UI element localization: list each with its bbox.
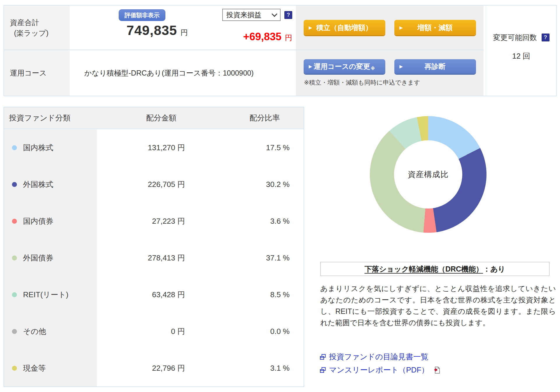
profit-loss-amount: +69,835円 (243, 31, 292, 43)
change-count-label: 変更可能回数 (493, 33, 537, 42)
arrow-right-icon: ▶ (309, 64, 312, 69)
category-label: 国内株式 (23, 143, 53, 153)
table-row: 現金等 22,796 円 3.1 % (4, 350, 304, 386)
tsumitate-button[interactable]: ▶ 積立（自動増額） (304, 20, 385, 35)
asset-action-buttons-cell: ▶ 積立（自動増額） ▶ 増額・減額 (296, 6, 484, 50)
yen-unit: 円 (181, 28, 188, 36)
change-count-row: 変更可能回数 ? (493, 33, 550, 42)
category-label: REIT(リート) (23, 290, 69, 300)
total-asset-number: 749,835 (127, 23, 177, 38)
asset-total-label-cell: 資産合計 (楽ラップ) (4, 6, 70, 50)
document-links: 投資ファンドの目論見書一覧 マンスリーレポート（PDF） (320, 352, 440, 375)
pl-period-select-value: 投資来損益 (226, 10, 261, 20)
header-allocation-amount: 配分金額 (97, 113, 226, 123)
category-label: 国内債券 (23, 216, 53, 226)
allocation-table-header: 投資ファンド分類 配分金額 配分比率 (4, 107, 304, 129)
prospectus-link-label: 投資ファンドの目論見書一覧 (329, 352, 428, 362)
category-dot (12, 182, 17, 187)
ratio-cell: 0.0 % (226, 327, 304, 336)
ratio-cell: 30.2 % (226, 180, 304, 189)
help-icon[interactable]: ? (284, 11, 292, 19)
course-buttons-row: ▶ 運用コースの変更 ※ ▶ 再診断 (296, 59, 484, 74)
amount-cell: 27,223 円 (97, 216, 226, 226)
ratio-cell: 3.6 % (226, 217, 304, 226)
pl-period-select-row: 投資来損益 ? (222, 9, 292, 21)
total-asset-amount: 749,835円 (96, 22, 218, 38)
arrow-right-icon: ▶ (400, 64, 403, 69)
donut-chart: 資産構成比 (370, 116, 487, 233)
category-dot (12, 145, 17, 150)
monthly-report-link[interactable]: マンスリーレポート（PDF） (320, 365, 440, 375)
category-dot (12, 292, 17, 297)
asset-total-label: 資産合計 (楽ラップ) (10, 17, 70, 38)
amount-cell: 63,428 円 (97, 290, 226, 300)
account-summary-panel: 資産合計 (楽ラップ) 評価額非表示 749,835円 投資来損益 ? +69,… (4, 5, 557, 96)
allocation-table: 投資ファンド分類 配分金額 配分比率 国内株式 131,270 円 17.5 %… (4, 107, 304, 387)
course-action-buttons-cell: ▶ 運用コースの変更 ※ ▶ 再診断 ※積立・増額・減額も同時に申込できます (296, 50, 484, 96)
asset-total-value-cell: 評価額非表示 749,835円 投資来損益 ? +69,835円 (70, 6, 296, 50)
category-label: 外国債券 (23, 253, 53, 263)
category-dot (12, 256, 17, 260)
amount-cell: 131,270 円 (97, 143, 226, 153)
table-row: 国内債券 27,223 円 3.6 % (4, 203, 304, 239)
increase-decrease-button[interactable]: ▶ 増額・減額 (394, 20, 476, 35)
ratio-cell: 37.1 % (226, 253, 304, 262)
arrow-right-icon: ▶ (400, 25, 403, 30)
help-icon[interactable]: ? (542, 34, 550, 41)
vertical-divider (484, 6, 486, 96)
change-count-cell: 変更可能回数 ? 12 回 (486, 6, 556, 96)
drc-heading-value: ：あり (483, 264, 505, 274)
table-row: 国内株式 131,270 円 17.5 % (4, 129, 304, 166)
category-label: その他 (23, 326, 46, 337)
category-label: 外国株式 (23, 179, 53, 190)
amount-cell: 22,796 円 (97, 363, 226, 373)
course-value: かなり積極型-DRCあり(運用コース番号：1000900) (84, 68, 254, 78)
drc-heading: 下落ショック軽減機能（DRC機能） (365, 264, 483, 274)
profit-loss-number: +69,835 (243, 31, 281, 43)
chevron-down-icon (272, 11, 277, 17)
amount-cell: 278,413 円 (97, 253, 226, 263)
category-dot (12, 219, 17, 224)
drc-feature-box: 下落ショック軽減機能（DRC機能）：あり (320, 262, 550, 276)
prospectus-link[interactable]: 投資ファンドの目論見書一覧 (320, 352, 440, 362)
change-count-value: 12 回 (512, 51, 530, 61)
category-dot (12, 366, 17, 371)
donut-center-label: 資産構成比 (408, 169, 449, 180)
donut-hole: 資産構成比 (394, 140, 462, 209)
simultaneous-apply-note: ※積立・増額・減額も同時に申込できます (304, 78, 484, 87)
pl-period-select[interactable]: 投資来損益 (222, 9, 281, 21)
ratio-cell: 3.1 % (226, 364, 304, 373)
table-row: REIT(リート) 63,428 円 8.5 % (4, 276, 304, 313)
header-fund-category: 投資ファンド分類 (4, 113, 97, 123)
monthly-report-link-label: マンスリーレポート（PDF） (329, 365, 429, 375)
amount-cell: 226,705 円 (97, 179, 226, 190)
hide-valuation-button[interactable]: 評価額非表示 (119, 9, 165, 21)
category-dot (12, 329, 17, 334)
yen-unit: 円 (285, 34, 292, 42)
table-row: その他 0 円 0.0 % (4, 313, 304, 350)
ratio-cell: 17.5 % (226, 143, 304, 152)
header-allocation-ratio: 配分比率 (226, 113, 304, 123)
pdf-icon (433, 366, 440, 374)
ratio-cell: 8.5 % (226, 290, 304, 299)
course-label: 運用コース (10, 68, 47, 78)
course-value-cell: かなり積極型-DRCあり(運用コース番号：1000900) (70, 50, 296, 96)
rediagnose-button[interactable]: ▶ 再診断 (394, 59, 476, 74)
arrow-right-icon: ▶ (309, 25, 312, 30)
amount-cell: 0 円 (97, 326, 226, 337)
course-description: あまりリスクを気にしすぎずに、とことん収益性を追求していきたいあなたのためのコー… (320, 283, 556, 328)
course-change-button[interactable]: ▶ 運用コースの変更 ※ (304, 59, 385, 74)
note-mark: ※ (371, 66, 375, 71)
course-label-cell: 運用コース (4, 50, 70, 96)
table-row: 外国株式 226,705 円 30.2 % (4, 166, 304, 203)
category-label: 現金等 (23, 363, 46, 373)
external-link-icon (320, 367, 326, 373)
external-link-icon (320, 354, 326, 360)
table-row: 外国債券 278,413 円 37.1 % (4, 239, 304, 276)
